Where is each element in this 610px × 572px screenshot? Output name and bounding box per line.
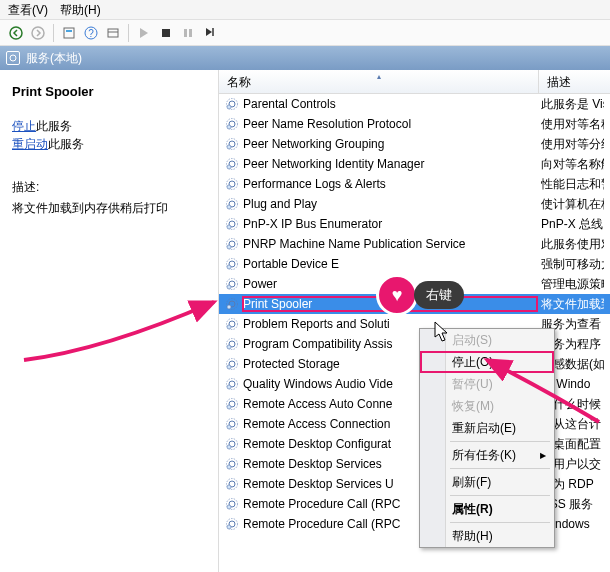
service-row[interactable]: PnP-X IP Bus Enumerator PnP-X 总线 (219, 214, 610, 234)
desc-text: 将文件加载到内存供稍后打印 (12, 200, 206, 216)
svg-point-0 (10, 27, 22, 39)
svg-point-24 (227, 165, 231, 169)
toolbar: ? (0, 20, 610, 46)
svg-point-72 (227, 485, 231, 489)
svg-point-18 (227, 125, 231, 129)
ctx-refresh[interactable]: 刷新(F) (420, 471, 554, 493)
stop-link[interactable]: 停止 (12, 119, 36, 133)
svg-point-69 (227, 465, 231, 469)
service-row[interactable]: Print Spooler 将文件加载到 (219, 294, 610, 314)
ctx-properties[interactable]: 属性(R) (420, 498, 554, 520)
service-row[interactable]: Performance Logs & Alerts 性能日志和警 (219, 174, 610, 194)
svg-point-66 (227, 445, 231, 449)
pause-icon[interactable] (178, 23, 198, 43)
service-row[interactable]: Peer Name Resolution Protocol 使用对等名称 (219, 114, 610, 134)
service-name: Parental Controls (243, 97, 537, 111)
ctx-stop[interactable]: 停止(O) (420, 351, 554, 373)
svg-point-63 (227, 425, 231, 429)
svg-point-30 (227, 205, 231, 209)
service-row[interactable]: Peer Networking Identity Manager 向对等名称解 (219, 154, 610, 174)
service-desc: 使用对等分组 (541, 136, 604, 153)
ctx-restart[interactable]: 重新启动(E) (420, 417, 554, 439)
desc-label: 描述: (12, 179, 206, 196)
service-name: Peer Name Resolution Protocol (243, 117, 537, 131)
gear-icon (225, 457, 239, 471)
svg-point-60 (227, 405, 231, 409)
column-header-desc[interactable]: 描述 (539, 70, 610, 93)
svg-rect-3 (66, 30, 72, 32)
svg-point-78 (227, 525, 231, 529)
ctx-help[interactable]: 帮助(H) (420, 525, 554, 547)
svg-point-33 (227, 225, 231, 229)
service-desc: 向对等名称解 (541, 156, 604, 173)
gear-icon (225, 497, 239, 511)
service-row[interactable]: Portable Device E 强制可移动大 (219, 254, 610, 274)
stop-icon[interactable] (156, 23, 176, 43)
svg-rect-6 (108, 29, 118, 37)
service-name: Plug and Play (243, 197, 537, 211)
restart-link[interactable]: 重启动 (12, 137, 48, 151)
play-icon[interactable] (134, 23, 154, 43)
help-icon[interactable]: ? (81, 23, 101, 43)
svg-point-12 (10, 55, 16, 61)
svg-point-75 (227, 505, 231, 509)
svg-point-1 (32, 27, 44, 39)
service-desc: 此服务是 Vis (541, 96, 604, 113)
service-name: Peer Networking Grouping (243, 137, 537, 151)
service-row[interactable]: Parental Controls 此服务是 Vis (219, 94, 610, 114)
gear-icon (225, 217, 239, 231)
gear-icon (225, 417, 239, 431)
svg-text:?: ? (88, 28, 94, 39)
gear-icon (225, 137, 239, 151)
service-desc: 此服务使用对 (541, 236, 604, 253)
gear-icon (225, 517, 239, 531)
service-desc: PnP-X 总线 (541, 216, 604, 233)
action-icon[interactable] (103, 23, 123, 43)
restart-icon[interactable] (200, 23, 220, 43)
svg-point-51 (227, 345, 231, 349)
gear-icon (225, 197, 239, 211)
service-name: PNRP Machine Name Publication Service (243, 237, 537, 251)
services-icon (6, 51, 20, 65)
svg-point-39 (227, 265, 231, 269)
gear-icon (225, 117, 239, 131)
service-desc: 使计算机在极 (541, 196, 604, 213)
gear-icon (225, 257, 239, 271)
menu-view[interactable]: 查看(V) (8, 2, 48, 17)
svg-point-54 (227, 365, 231, 369)
service-name: Portable Device E (243, 257, 537, 271)
column-header-name[interactable]: ▴ 名称 (219, 70, 539, 93)
service-row[interactable]: Power 管理电源策略 (219, 274, 610, 294)
ctx-resume: 恢复(M) (420, 395, 554, 417)
service-desc: 管理电源策略 (541, 276, 604, 293)
gear-icon (225, 97, 239, 111)
gear-icon (225, 377, 239, 391)
gear-icon (225, 437, 239, 451)
service-desc: 使用对等名称 (541, 116, 604, 133)
ctx-all-tasks[interactable]: 所有任务(K) (420, 444, 554, 466)
gear-icon (225, 397, 239, 411)
ctx-start: 启动(S) (420, 329, 554, 351)
back-icon[interactable] (6, 23, 26, 43)
service-row[interactable]: Plug and Play 使计算机在极 (219, 194, 610, 214)
service-name-heading: Print Spooler (12, 84, 206, 99)
service-row[interactable]: PNRP Machine Name Publication Service 此服… (219, 234, 610, 254)
svg-rect-10 (189, 29, 192, 37)
gear-icon (225, 317, 239, 331)
service-name: Peer Networking Identity Manager (243, 157, 537, 171)
forward-icon[interactable] (28, 23, 48, 43)
properties-icon[interactable] (59, 23, 79, 43)
panel-header: 服务(本地) (0, 46, 610, 70)
gear-icon (225, 357, 239, 371)
svg-point-15 (227, 105, 231, 109)
gear-icon (225, 477, 239, 491)
svg-point-36 (227, 245, 231, 249)
service-name: Print Spooler (243, 297, 537, 311)
menu-help[interactable]: 帮助(H) (60, 2, 101, 17)
service-row[interactable]: Peer Networking Grouping 使用对等分组 (219, 134, 610, 154)
gear-icon (225, 157, 239, 171)
svg-point-48 (227, 325, 231, 329)
service-name: Power (243, 277, 537, 291)
svg-point-45 (227, 305, 231, 309)
svg-rect-2 (64, 28, 74, 38)
